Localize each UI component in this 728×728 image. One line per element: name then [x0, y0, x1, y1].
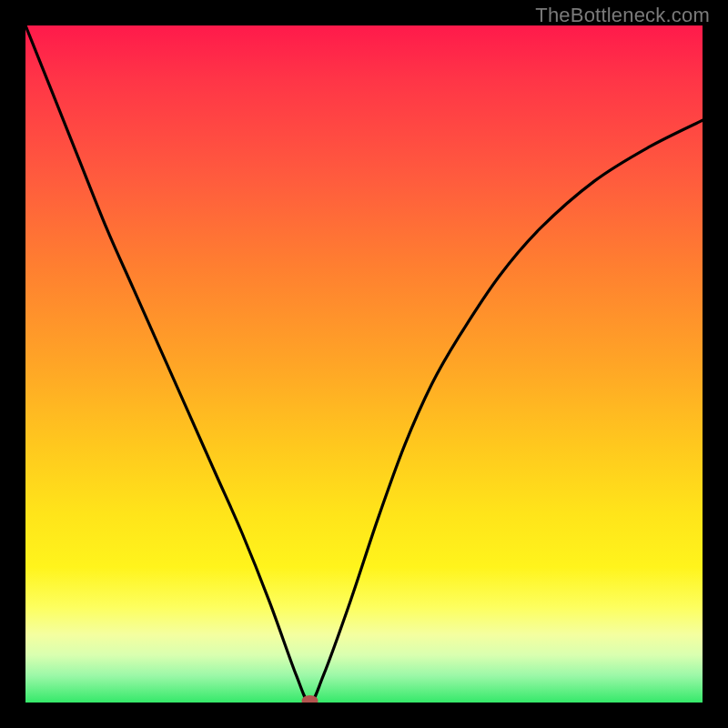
curve-bottleneck-curve — [25, 25, 703, 703]
watermark-label: TheBottleneck.com — [535, 4, 710, 27]
chart-frame: TheBottleneck.com — [0, 0, 728, 728]
plot-area — [25, 25, 703, 703]
plot-svg — [25, 25, 703, 703]
